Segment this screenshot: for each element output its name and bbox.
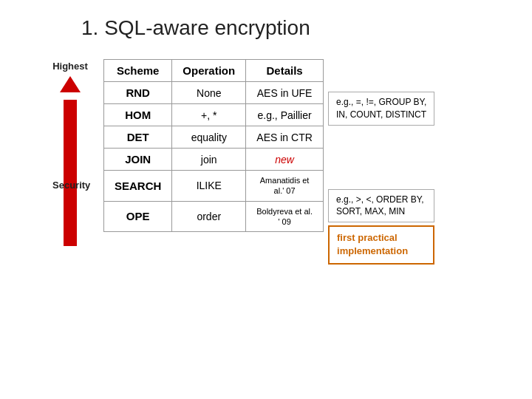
- table-row: OPE order Boldyreva et al.' 09: [104, 201, 324, 232]
- table-row: JOIN join new: [104, 149, 324, 171]
- col-operation: Operation: [172, 60, 246, 82]
- col-details: Details: [246, 60, 324, 82]
- callout-top: e.g., =, !=, GROUP BY, IN, COUNT, DISTIN…: [328, 92, 434, 126]
- scheme-det: DET: [104, 126, 172, 149]
- op-rnd: None: [172, 82, 246, 104]
- upward-arrow: [60, 76, 81, 92]
- highest-label: Highest: [52, 61, 88, 72]
- scheme-rnd: RND: [104, 82, 172, 104]
- first-practical-label: first practical implementation: [328, 225, 434, 264]
- scheme-join: JOIN: [104, 149, 172, 171]
- table-row: HOM +, * e.g., Paillier: [104, 104, 324, 126]
- det-hom: e.g., Paillier: [246, 104, 324, 126]
- table-row: SEARCH ILIKE Amanatidis etal.' 07: [104, 171, 324, 202]
- encryption-table: Scheme Operation Details RND None AES in…: [103, 59, 324, 232]
- det-ope: Boldyreva et al.' 09: [246, 201, 324, 232]
- security-label: Security: [52, 180, 90, 191]
- op-search: ILIKE: [172, 171, 246, 202]
- det-rnd: AES in UFE: [246, 82, 324, 104]
- op-det: equality: [172, 126, 246, 149]
- op-join: join: [172, 149, 246, 171]
- op-hom: +, *: [172, 104, 246, 126]
- table-row: DET equality AES in CTR: [104, 126, 324, 149]
- page-title: 1. SQL-aware encryption: [0, 0, 532, 53]
- scheme-ope: OPE: [104, 201, 172, 232]
- det-join: new: [246, 149, 324, 171]
- det-search: Amanatidis etal.' 07: [246, 171, 324, 202]
- scheme-search: SEARCH: [104, 171, 172, 202]
- det-det: AES in CTR: [246, 126, 324, 149]
- scheme-hom: HOM: [104, 104, 172, 126]
- op-ope: order: [172, 201, 246, 232]
- callout-bottom: e.g., >, <, ORDER BY, SORT, MAX, MIN: [328, 189, 434, 223]
- table-row: RND None AES in UFE: [104, 82, 324, 104]
- arrow-body: [64, 100, 77, 246]
- col-scheme: Scheme: [104, 60, 172, 82]
